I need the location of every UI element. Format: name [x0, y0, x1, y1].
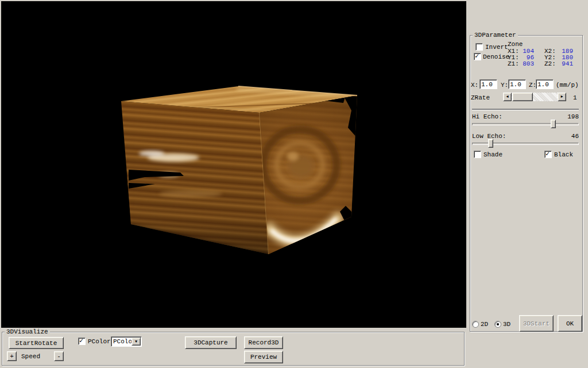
dropdown-arrow-icon[interactable]: ▼ [131, 338, 141, 346]
speed-label: Speed [21, 353, 40, 361]
checkmark-icon: ✓ [475, 52, 479, 60]
hi-echo-slider-thumb[interactable] [551, 120, 556, 128]
pcolor-checkbox[interactable]: ✓ [78, 338, 86, 345]
zone-z2-label: Z2: [544, 60, 559, 67]
ultrasound-volume-render [1, 1, 466, 328]
checkmark-icon: ✓ [79, 337, 83, 345]
invert-checkbox[interactable] [475, 43, 483, 51]
mode-3d-label: 3D [503, 321, 510, 328]
shade-checkbox[interactable] [474, 151, 481, 158]
zrate-scrollbar-track[interactable] [512, 93, 558, 101]
zrate-scroll-left-icon[interactable]: ◄ [503, 93, 512, 101]
invert-label: Invert [485, 44, 508, 51]
pcolor-checkbox-label: PColor [88, 338, 111, 346]
zone-z1-label: Z1: [508, 60, 523, 67]
pcolor-dropdown[interactable]: PColor ▼ [111, 336, 142, 347]
hi-echo-slider-track[interactable] [472, 123, 579, 125]
app-window: 3DParameter Invert ✓ Denoise Zone X1: 10… [0, 0, 588, 368]
x-scale-label: X: [471, 82, 478, 89]
preview-button[interactable]: Preview [244, 351, 283, 363]
start-rotate-button[interactable]: StartRotate [9, 337, 64, 349]
zrate-scroll-right-icon[interactable]: ► [558, 93, 566, 101]
low-echo-slider-thumb[interactable] [488, 139, 493, 148]
zrate-scrollbar[interactable]: ◄ ► [503, 93, 566, 101]
mode-2d-label: 2D [481, 321, 488, 328]
checkmark-icon: ✓ [546, 150, 550, 158]
y-scale-label: Y: [501, 82, 508, 89]
hi-echo-value: 198 [557, 113, 579, 121]
low-echo-value: 46 [557, 133, 579, 140]
denoise-label: Denoise [483, 53, 509, 61]
capture-3d-button[interactable]: 3DCapture [185, 336, 237, 349]
visualize-group-title: 3DVisualize [5, 328, 50, 336]
start-3d-button[interactable]: 3DStart [519, 315, 554, 332]
x-scale-input[interactable] [479, 79, 497, 89]
y-scale-input[interactable] [508, 79, 526, 89]
zone-row-z: Z1: 803 Z2: 941 [508, 60, 573, 67]
scale-unit-label: (mm/p) [556, 82, 579, 89]
black-checkbox[interactable]: ✓ [544, 151, 552, 158]
z-scale-input[interactable] [536, 79, 554, 89]
shade-label: Shade [483, 151, 502, 159]
mode-3d-radio[interactable] [494, 321, 501, 328]
ok-button[interactable]: OK [558, 315, 582, 332]
zone-z1-value: 803 [523, 60, 534, 67]
zrate-value: 1 [573, 94, 577, 102]
zrate-scrollbar-thumb[interactable] [512, 93, 533, 101]
black-label: Black [554, 151, 573, 159]
speed-minus-button[interactable]: - [54, 351, 64, 361]
denoise-checkbox[interactable]: ✓ [474, 53, 481, 60]
parameter-separator [472, 109, 579, 110]
zrate-label: ZRate [471, 94, 490, 102]
record-3d-button[interactable]: Record3D [244, 336, 283, 349]
mode-2d-radio[interactable] [472, 321, 479, 328]
speed-plus-button[interactable]: + [7, 351, 17, 361]
render-viewport[interactable] [1, 1, 466, 328]
parameter-group-title: 3DParameter [473, 31, 518, 39]
zone-z2-value: 941 [559, 60, 573, 67]
hi-echo-label: Hi Echo: [472, 113, 502, 121]
